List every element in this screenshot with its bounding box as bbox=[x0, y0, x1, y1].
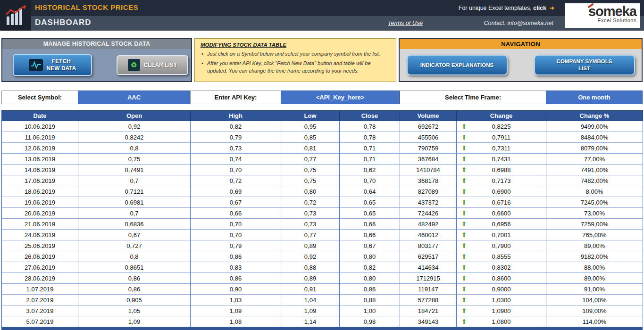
cell-change[interactable]: ⬆0,8600 bbox=[457, 273, 546, 284]
cell-volume[interactable]: 790759 bbox=[400, 143, 457, 154]
cell-high[interactable]: 1,08 bbox=[191, 316, 281, 327]
time-frame-dropdown[interactable]: One month bbox=[546, 91, 643, 104]
cell-change[interactable]: 9182,00% bbox=[546, 251, 643, 262]
cell-change[interactable]: 9499,00% bbox=[546, 121, 643, 132]
cell-high[interactable]: 0,83 bbox=[191, 262, 281, 273]
cell-low[interactable]: 1,09 bbox=[281, 305, 340, 316]
cell-high[interactable]: 0,73 bbox=[191, 143, 281, 154]
cell-change[interactable]: ⬆0,7173 bbox=[457, 175, 546, 186]
cell-change[interactable]: ⬆1,0800 bbox=[457, 316, 546, 327]
cell-volume[interactable]: 827089 bbox=[400, 186, 457, 197]
cell-high[interactable]: 0,82 bbox=[191, 121, 281, 132]
cell-close[interactable]: 0,67 bbox=[340, 240, 400, 251]
cell-change[interactable]: ⬆0,8302 bbox=[457, 262, 546, 273]
cell-volume[interactable]: 414634 bbox=[400, 262, 457, 273]
cell-close[interactable]: 0,82 bbox=[340, 262, 400, 273]
cell-date[interactable]: 12.06.2019 bbox=[2, 143, 78, 154]
cell-low[interactable]: 1,04 bbox=[281, 295, 340, 305]
cell-change[interactable]: ⬆0,8555 bbox=[457, 251, 546, 262]
cell-low[interactable]: 0,80 bbox=[281, 186, 340, 197]
cell-high[interactable]: 0,86 bbox=[191, 273, 281, 284]
cell-change[interactable]: 91,00% bbox=[546, 284, 643, 295]
cell-change[interactable]: 89,00% bbox=[546, 240, 643, 251]
cell-low[interactable]: 0,77 bbox=[281, 230, 340, 240]
cell-change[interactable]: 114,00% bbox=[546, 316, 643, 327]
api-key-input[interactable]: <API_Key_here> bbox=[281, 91, 400, 104]
indicator-explanations-button[interactable]: INDICATOR EXPLANATIONS bbox=[407, 55, 508, 75]
cell-volume[interactable]: 724426 bbox=[400, 208, 457, 219]
cell-change[interactable]: 109,00% bbox=[546, 305, 643, 316]
cell-change[interactable]: 77,00% bbox=[546, 154, 643, 165]
cell-date[interactable]: 26.06.2019 bbox=[2, 251, 78, 262]
cell-close[interactable]: 0,86 bbox=[340, 284, 400, 295]
cell-change[interactable]: 73,00% bbox=[546, 208, 643, 219]
cell-change[interactable]: 104,00% bbox=[546, 295, 643, 305]
cell-date[interactable]: 14.06.2019 bbox=[2, 165, 78, 175]
cell-open[interactable]: 0,8 bbox=[78, 143, 191, 154]
cell-low[interactable]: 0,75 bbox=[281, 165, 340, 175]
company-symbols-list-button[interactable]: COMPANY SYMBOLS LIST bbox=[534, 55, 635, 75]
cell-open[interactable]: 0,86 bbox=[78, 273, 191, 284]
cell-date[interactable]: 20.06.2019 bbox=[2, 208, 78, 219]
cell-low[interactable]: 0,91 bbox=[281, 284, 340, 295]
cell-change[interactable]: ⬆0,8225 bbox=[457, 121, 546, 132]
cell-change[interactable]: 7245,00% bbox=[546, 197, 643, 208]
cell-high[interactable]: 0,69 bbox=[191, 186, 281, 197]
cell-change[interactable]: 89,00% bbox=[546, 273, 643, 284]
cell-change[interactable]: 7482,00% bbox=[546, 175, 643, 186]
cell-close[interactable]: 0,71 bbox=[340, 143, 400, 154]
cell-change[interactable]: ⬆0,7431 bbox=[457, 154, 546, 165]
cell-change[interactable]: ⬆0,6600 bbox=[457, 208, 546, 219]
cell-date[interactable]: 18.06.2019 bbox=[2, 186, 78, 197]
cell-open[interactable]: 0,6836 bbox=[78, 219, 191, 230]
cell-low[interactable]: 0,89 bbox=[281, 240, 340, 251]
cell-low[interactable]: 0,89 bbox=[281, 273, 340, 284]
cell-change[interactable]: ⬆0,7911 bbox=[457, 132, 546, 143]
cell-high[interactable]: 0,67 bbox=[191, 197, 281, 208]
cell-close[interactable]: 0,62 bbox=[340, 165, 400, 175]
cell-date[interactable]: 19.06.2019 bbox=[2, 197, 78, 208]
cell-change[interactable]: ⬆0,6716 bbox=[457, 197, 546, 208]
cell-close[interactable]: 0,78 bbox=[340, 132, 400, 143]
cell-change[interactable]: ⬆0,7900 bbox=[457, 240, 546, 251]
cell-change[interactable]: ⬆0,9000 bbox=[457, 284, 546, 295]
cell-high[interactable]: 1,03 bbox=[191, 295, 281, 305]
cell-volume[interactable]: 349143 bbox=[400, 316, 457, 327]
cell-high[interactable]: 0,72 bbox=[191, 175, 281, 186]
cell-open[interactable]: 0,905 bbox=[78, 295, 191, 305]
cell-open[interactable]: 0,7491 bbox=[78, 165, 191, 175]
cell-date[interactable]: 24.06.2019 bbox=[2, 230, 78, 240]
cell-open[interactable]: 0,7 bbox=[78, 175, 191, 186]
cell-close[interactable]: 0,65 bbox=[340, 197, 400, 208]
cell-close[interactable]: 1,00 bbox=[340, 305, 400, 316]
cell-open[interactable]: 1,09 bbox=[78, 316, 191, 327]
cell-close[interactable]: 0,64 bbox=[340, 186, 400, 197]
cell-date[interactable]: 17.06.2019 bbox=[2, 175, 78, 186]
templates-promo-link[interactable]: For unique Excel templates, click ➜ bbox=[459, 4, 554, 11]
cell-close[interactable]: 0,78 bbox=[340, 121, 400, 132]
cell-close[interactable]: 0,66 bbox=[340, 219, 400, 230]
cell-open[interactable]: 0,7 bbox=[78, 208, 191, 219]
cell-close[interactable]: 0,66 bbox=[340, 230, 400, 240]
cell-change[interactable]: ⬆1,0300 bbox=[457, 295, 546, 305]
cell-change[interactable]: 7259,00% bbox=[546, 219, 643, 230]
cell-volume[interactable]: 482492 bbox=[400, 219, 457, 230]
cell-open[interactable]: 0,7121 bbox=[78, 186, 191, 197]
cell-change[interactable]: ⬆0,6900 bbox=[457, 186, 546, 197]
cell-date[interactable]: 11.06.2019 bbox=[2, 132, 78, 143]
cell-low[interactable]: 0,81 bbox=[281, 143, 340, 154]
cell-high[interactable]: 1,09 bbox=[191, 305, 281, 316]
cell-change[interactable]: 765,00% bbox=[546, 230, 643, 240]
cell-open[interactable]: 1,05 bbox=[78, 305, 191, 316]
cell-volume[interactable]: 184721 bbox=[400, 305, 457, 316]
cell-date[interactable]: 2.07.2019 bbox=[2, 295, 78, 305]
clear-list-button[interactable]: ♻ CLEAR LIST bbox=[117, 55, 188, 75]
cell-date[interactable]: 10.06.2019 bbox=[2, 121, 78, 132]
cell-change[interactable]: ⬆0,6956 bbox=[457, 219, 546, 230]
cell-volume[interactable]: 629517 bbox=[400, 251, 457, 262]
cell-volume[interactable]: 455506 bbox=[400, 132, 457, 143]
cell-low[interactable]: 0,73 bbox=[281, 219, 340, 230]
cell-high[interactable]: 0,86 bbox=[191, 251, 281, 262]
cell-volume[interactable]: 367684 bbox=[400, 154, 457, 165]
cell-date[interactable]: 25.06.2019 bbox=[2, 240, 78, 251]
